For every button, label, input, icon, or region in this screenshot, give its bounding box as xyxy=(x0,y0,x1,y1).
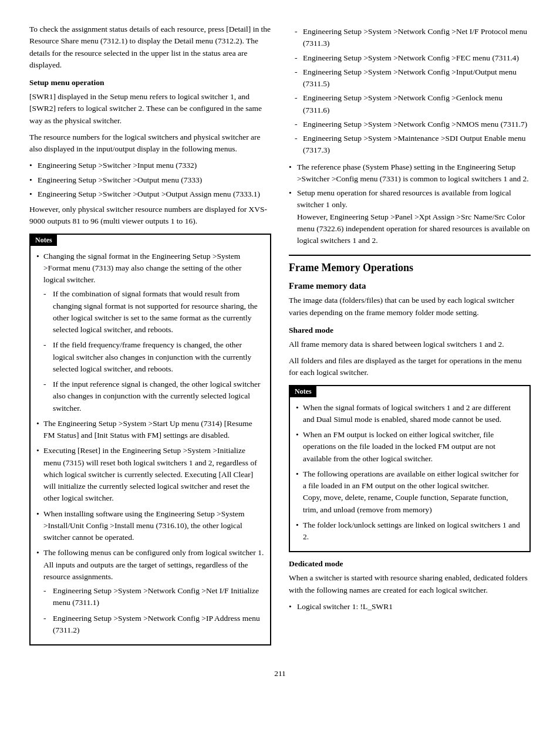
list-item: Engineering Setup >System >Network Confi… xyxy=(43,613,264,637)
list-item: Engineering Setup >Switcher >Input menu … xyxy=(29,160,271,171)
list-item: If the input reference signal is changed… xyxy=(43,378,264,414)
notes-label-right: Notes xyxy=(290,386,316,397)
notes-content-left: Changing the signal format in the Engine… xyxy=(31,246,270,645)
list-item: When an FM output is locked on either lo… xyxy=(296,429,524,465)
list-item: If the combination of signal formats tha… xyxy=(43,288,264,336)
dedicated-bullet-list: Logical switcher 1: !L_SWR1 xyxy=(289,601,531,613)
frame-memory-data-title: Frame memory data xyxy=(289,281,531,291)
list-item: Engineering Setup >System >Network Confi… xyxy=(43,585,264,609)
list-item: The folder lock/unlock settings are link… xyxy=(296,519,524,543)
however-para: However, only physical switcher resource… xyxy=(29,204,271,228)
list-item: Setup menu operation for shared resource… xyxy=(289,187,531,246)
list-item: Engineering Setup >Switcher >Output menu… xyxy=(29,174,271,186)
list-item: Executing [Reset] in the Engineering Set… xyxy=(36,445,264,504)
notes-label-left: Notes xyxy=(31,235,57,246)
frame-memory-data-para: The image data (folders/files) that can … xyxy=(289,295,531,319)
intro-paragraph: To check the assignment status details o… xyxy=(29,23,271,71)
list-item: Engineering Setup >System >Maintenance >… xyxy=(295,133,531,157)
dash-list-top: Engineering Setup >System >Network Confi… xyxy=(295,26,531,157)
list-item: The reference phase (System Phase) setti… xyxy=(289,161,531,185)
shared-mode-heading: Shared mode xyxy=(289,326,531,335)
notes-box-right: Notes When the signal formats of logical… xyxy=(289,385,531,553)
list-item: The following operations are available o… xyxy=(296,468,524,516)
dedicated-mode-para1: When a switcher is started with resource… xyxy=(289,572,531,596)
right-bullet-list: The reference phase (System Phase) setti… xyxy=(289,161,531,247)
right-column: Engineering Setup >System >Network Confi… xyxy=(289,23,531,651)
list-item: Logical switcher 1: !L_SWR1 xyxy=(289,601,531,613)
dedicated-mode-heading: Dedicated mode xyxy=(289,559,531,569)
list-item: When installing software using the Engin… xyxy=(36,508,264,544)
setup-para2: The resource numbers for the logical swi… xyxy=(29,131,271,156)
page-number: 211 xyxy=(29,669,531,678)
notes-content-right: When the signal formats of logical switc… xyxy=(290,397,529,552)
list-item: Engineering Setup >System >Network Confi… xyxy=(295,52,531,64)
list-item: If the field frequency/frame frequency i… xyxy=(43,339,264,375)
list-item: The following menus can be configured on… xyxy=(36,547,264,636)
list-item: Engineering Setup >System >Network Confi… xyxy=(295,26,531,50)
setup-bullet-list: Engineering Setup >Switcher >Input menu … xyxy=(29,160,271,200)
list-item: When the signal formats of logical switc… xyxy=(296,402,524,426)
notes-box-left: Notes Changing the signal format in the … xyxy=(29,234,271,646)
list-item: The Engineering Setup >System >Start Up … xyxy=(36,418,264,442)
list-item: Engineering Setup >Switcher >Output >Out… xyxy=(29,188,271,200)
list-item: Engineering Setup >System >Network Confi… xyxy=(295,92,531,116)
list-item: Engineering Setup >System >Network Confi… xyxy=(295,66,531,90)
frame-memory-title: Frame Memory Operations xyxy=(289,255,531,274)
list-item: Changing the signal format in the Engine… xyxy=(36,251,264,414)
shared-mode-para2: All folders and files are displayed as t… xyxy=(289,355,531,379)
setup-menu-heading: Setup menu operation xyxy=(29,78,271,87)
shared-mode-para1: All frame memory data is shared between … xyxy=(289,339,531,350)
setup-para1: [SWR1] displayed in the Setup menu refer… xyxy=(29,91,271,127)
left-column: To check the assignment status details o… xyxy=(29,23,271,651)
list-item: Engineering Setup >System >Network Confi… xyxy=(295,119,531,130)
